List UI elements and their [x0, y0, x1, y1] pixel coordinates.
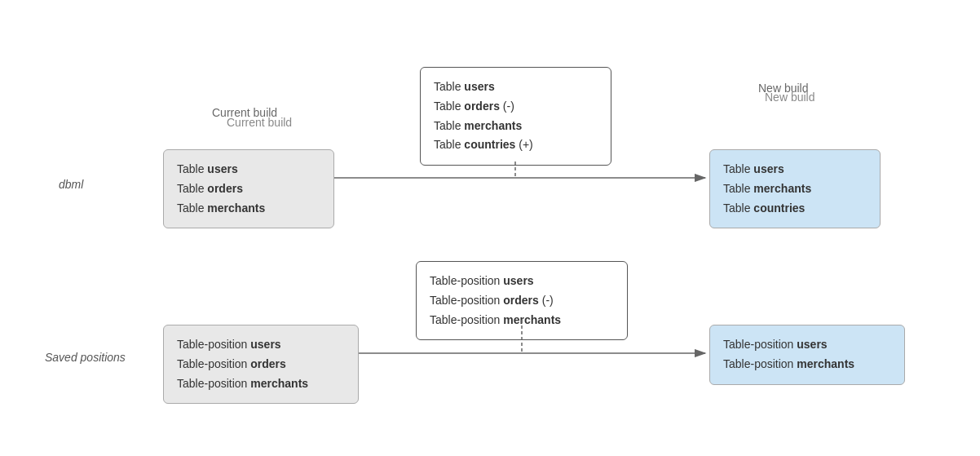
- row1-current-line3: Table merchants: [177, 199, 320, 219]
- row1-diff-line2: Table orders (-): [434, 97, 598, 117]
- row1-current-box: Table users Table orders Table merchants: [163, 149, 334, 228]
- row2-current-line1: Table-position users: [177, 335, 345, 355]
- row2-current-box: Table-position users Table-position orde…: [163, 325, 359, 404]
- row2-diff-line3: Table-position merchants: [430, 311, 614, 330]
- row1-current-line2: Table orders: [177, 179, 320, 199]
- row2-new-line2: Table-position merchants: [723, 355, 891, 374]
- row1-new-line3: Table countries: [723, 199, 867, 219]
- row1-diff-line3: Table merchants: [434, 117, 598, 136]
- new-build-header: New build: [758, 82, 808, 95]
- row1-diff-line1: Table users: [434, 77, 598, 97]
- row2-current-line3: Table-position merchants: [177, 374, 345, 394]
- row2-diff-line2: Table-position orders (-): [430, 291, 614, 311]
- current-build-header: Current build: [212, 106, 277, 119]
- row2-new-line1: Table-position users: [723, 335, 891, 355]
- row1-current-line1: Table users: [177, 160, 320, 179]
- row1-new-box: Table users Table merchants Table countr…: [709, 149, 881, 228]
- row1-new-line2: Table merchants: [723, 179, 867, 199]
- row2-current-line2: Table-position orders: [177, 355, 345, 374]
- row2-new-box: Table-position users Table-position merc…: [709, 325, 905, 385]
- row2-diff-line1: Table-position users: [430, 272, 614, 291]
- diagram: Current build New build dbml Table users…: [0, 0, 980, 456]
- row1-label: dbml: [59, 178, 83, 191]
- row1-new-line1: Table users: [723, 160, 867, 179]
- row1-diff-box: Table users Table orders (-) Table merch…: [420, 67, 611, 166]
- row2-diff-box: Table-position users Table-position orde…: [416, 261, 628, 340]
- row1-diff-line4: Table countries (+): [434, 135, 598, 155]
- row2-label: Saved positions: [45, 351, 126, 364]
